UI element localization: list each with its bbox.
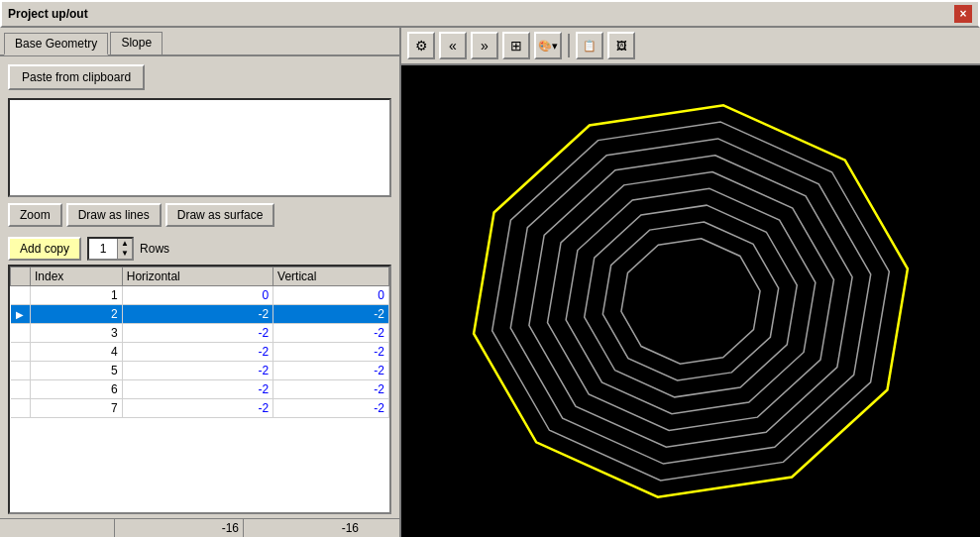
image-button[interactable]: 🖼 (607, 32, 635, 59)
summary-row: -16 -16 (0, 518, 399, 537)
row-indicator (11, 380, 31, 399)
row-index: 3 (31, 324, 123, 343)
row-vertical: -2 (273, 324, 389, 343)
prev-button[interactable]: « (439, 32, 467, 59)
paste-section: Paste from clipboard (0, 56, 399, 98)
window-title: Project up/out (8, 7, 88, 21)
summary-horizontal-cell: -16 (115, 519, 244, 537)
next-button[interactable]: » (471, 32, 498, 59)
paste-from-clipboard-button[interactable]: Paste from clipboard (8, 64, 145, 90)
zoom-button[interactable]: Zoom (8, 203, 62, 227)
row-indicator: ▶ (11, 305, 31, 324)
tab-bar: Base Geometry Slope (0, 28, 399, 56)
row-indicator (11, 343, 31, 362)
row-vertical: -2 (273, 362, 389, 380)
table-row[interactable]: ▶2-2-2 (11, 305, 389, 324)
viewport-canvas[interactable] (401, 65, 980, 537)
row-horizontal: -2 (122, 343, 272, 362)
table-row[interactable]: 4-2-2 (11, 343, 389, 362)
spinner-down-button[interactable]: ▼ (118, 249, 132, 259)
viewport-toolbar: ⚙ « » ⊞ 🎨▾ 📋 🖼 (401, 28, 980, 65)
rows-label: Rows (140, 242, 169, 256)
col-horizontal: Horizontal (122, 268, 272, 286)
canvas-area (401, 65, 980, 537)
row-indicator (11, 286, 31, 305)
summary-index-cell (0, 519, 115, 537)
main-layout: Base Geometry Slope Paste from clipboard… (0, 28, 980, 537)
copy-view-button[interactable]: 📋 (576, 32, 603, 59)
draw-as-lines-button[interactable]: Draw as lines (66, 203, 162, 227)
row-index: 4 (31, 343, 123, 362)
col-index: Index (31, 268, 123, 286)
row-vertical: -2 (273, 399, 389, 418)
table-row[interactable]: 100 (11, 286, 389, 305)
row-horizontal: -2 (122, 305, 272, 324)
tab-base-geometry[interactable]: Base Geometry (4, 33, 108, 55)
tab-slope[interactable]: Slope (110, 32, 163, 54)
row-vertical: -2 (273, 305, 389, 324)
settings-button[interactable]: ⚙ (407, 32, 435, 59)
row-index: 6 (31, 380, 123, 399)
draw-as-surface-button[interactable]: Draw as surface (165, 203, 275, 227)
col-indicator (11, 268, 31, 286)
table-container: Index Horizontal Vertical 100▶2-2-23-2-2… (8, 265, 391, 514)
row-index: 7 (31, 399, 123, 418)
summary-vertical-cell: -16 (244, 519, 363, 537)
row-indicator (11, 362, 31, 380)
row-indicator (11, 399, 31, 418)
row-vertical: 0 (273, 286, 389, 305)
row-horizontal: -2 (122, 399, 272, 418)
table-scroll[interactable]: Index Horizontal Vertical 100▶2-2-23-2-2… (10, 267, 389, 512)
row-indicator (11, 324, 31, 343)
table-row[interactable]: 7-2-2 (11, 399, 389, 418)
table-row[interactable]: 3-2-2 (11, 324, 389, 343)
row-horizontal: -2 (122, 324, 272, 343)
rows-spinner: ▲ ▼ (87, 237, 134, 261)
row-horizontal: -2 (122, 380, 272, 399)
row-horizontal: 0 (122, 286, 272, 305)
right-panel: ⚙ « » ⊞ 🎨▾ 📋 🖼 (401, 28, 980, 537)
add-copy-row: Add copy ▲ ▼ Rows (0, 233, 399, 265)
table-row[interactable]: 5-2-2 (11, 362, 389, 380)
title-bar: Project up/out × (0, 0, 980, 28)
close-button[interactable]: × (954, 5, 972, 23)
col-vertical: Vertical (273, 268, 389, 286)
table-row[interactable]: 6-2-2 (11, 380, 389, 399)
spinner-buttons: ▲ ▼ (117, 239, 132, 259)
color-button[interactable]: 🎨▾ (534, 32, 562, 59)
rows-input[interactable] (89, 241, 117, 257)
row-horizontal: -2 (122, 362, 272, 380)
spinner-up-button[interactable]: ▲ (118, 239, 132, 249)
row-index: 5 (31, 362, 123, 380)
wkt-textarea[interactable] (8, 98, 391, 197)
row-vertical: -2 (273, 343, 389, 362)
toolbar-separator (568, 34, 570, 57)
copy-table: Index Horizontal Vertical 100▶2-2-23-2-2… (10, 267, 389, 418)
row-index: 2 (31, 305, 123, 324)
add-copy-button[interactable]: Add copy (8, 237, 81, 261)
action-buttons-row: Zoom Draw as lines Draw as surface (0, 197, 399, 233)
grid-button[interactable]: ⊞ (502, 32, 530, 59)
row-vertical: -2 (273, 380, 389, 399)
row-index: 1 (31, 286, 123, 305)
left-panel: Base Geometry Slope Paste from clipboard… (0, 28, 401, 537)
